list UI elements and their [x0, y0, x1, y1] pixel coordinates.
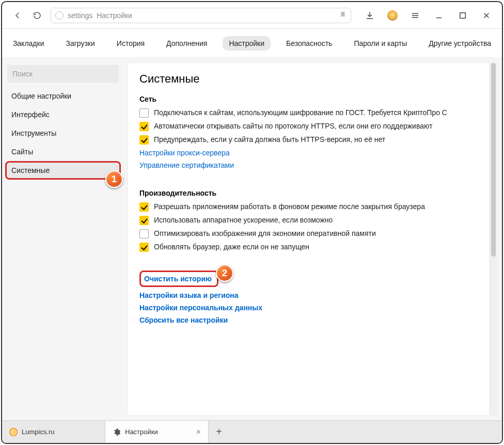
tabs-bar: Lumpics.ru Настройки × + — [2, 420, 502, 443]
nav-settings[interactable]: Настройки — [223, 36, 271, 51]
checkbox-label: Оптимизировать изображения для экономии … — [154, 229, 376, 237]
browser-window: settings Настройки Закладки Загрузки Ист… — [1, 1, 503, 444]
nav-addons[interactable]: Дополнения — [160, 36, 213, 51]
link-personal-data[interactable]: Настройки персональных данных — [139, 304, 485, 312]
checkbox-label: Использовать аппаратное ускорение, если … — [154, 216, 333, 224]
annotation-badge-2: 2 — [216, 264, 233, 282]
favicon-gear-icon — [113, 428, 121, 436]
checkbox-icon[interactable] — [139, 202, 149, 212]
settings-nav: Закладки Загрузки История Дополнения Нас… — [2, 29, 502, 58]
checkbox-label: Автоматически открывать сайты по протоко… — [154, 122, 433, 130]
checkbox-row[interactable]: Оптимизировать изображения для экономии … — [139, 229, 485, 239]
sidebar-search[interactable]: Поиск — [7, 65, 119, 83]
nav-passwords[interactable]: Пароли и карты — [348, 36, 413, 51]
profile-icon[interactable] — [387, 10, 398, 21]
sidebar-item-interface[interactable]: Интерфейс — [2, 105, 124, 124]
checkbox-label: Подключаться к сайтам, использующим шифр… — [154, 108, 447, 117]
address-seg1: settings — [68, 11, 92, 20]
tab-label: Настройки — [125, 428, 158, 436]
link-proxy-settings[interactable]: Настройки прокси-сервера — [139, 149, 485, 157]
svg-rect-0 — [460, 12, 466, 18]
close-window-button[interactable] — [480, 9, 493, 22]
checkbox-icon[interactable] — [139, 243, 149, 252]
back-button[interactable] — [11, 9, 24, 22]
checkbox-row[interactable]: Обновлять браузер, даже если он не запущ… — [139, 243, 485, 252]
sidebar-item-general[interactable]: Общие настройки — [2, 87, 124, 105]
toolbar: settings Настройки — [2, 2, 502, 29]
link-lang-region[interactable]: Настройки языка и региона — [139, 291, 485, 299]
scrollbar[interactable] — [490, 63, 497, 415]
checkbox-row[interactable]: Подключаться к сайтам, использующим шифр… — [139, 108, 485, 118]
checkbox-icon[interactable] — [139, 216, 149, 225]
sidebar: Поиск Общие настройки Интерфейс Инструме… — [2, 63, 124, 420]
yandex-logo-icon — [55, 11, 64, 20]
checkbox-row[interactable]: Разрешать приложениям работать в фоновом… — [139, 202, 485, 212]
highlight-clear-history: Очистить историю — [139, 271, 218, 287]
tab-lumpics[interactable]: Lumpics.ru — [2, 421, 105, 443]
menu-button[interactable] — [409, 9, 421, 22]
favicon-lumpics-icon — [9, 428, 18, 436]
maximize-button[interactable] — [456, 9, 469, 22]
link-cert-management[interactable]: Управление сертификатами — [139, 161, 485, 169]
link-reset-settings[interactable]: Сбросить все настройки — [139, 316, 485, 324]
checkbox-label: Обновлять браузер, даже если он не запущ… — [154, 243, 309, 251]
sidebar-item-sites[interactable]: Сайты — [2, 142, 124, 161]
new-tab-button[interactable]: + — [209, 421, 229, 443]
checkbox-row[interactable]: Автоматически открывать сайты по протоко… — [139, 122, 485, 131]
checkbox-icon[interactable] — [139, 229, 149, 239]
checkbox-icon[interactable] — [139, 135, 149, 145]
toolbar-right — [364, 9, 493, 22]
sidebar-search-placeholder: Поиск — [12, 70, 33, 78]
tab-settings[interactable]: Настройки × — [105, 421, 209, 443]
nav-history[interactable]: История — [111, 36, 151, 51]
tab-close-button[interactable]: × — [196, 427, 201, 437]
bookmark-icon[interactable] — [339, 11, 346, 20]
tab-label: Lumpics.ru — [22, 428, 55, 436]
downloads-button[interactable] — [364, 9, 376, 22]
content-panel: Системные Сеть Подключаться к сайтам, ис… — [128, 63, 497, 415]
minimize-button[interactable] — [433, 9, 445, 22]
checkbox-icon[interactable] — [139, 122, 149, 131]
checkbox-row[interactable]: Предупреждать, если у сайта должна быть … — [139, 135, 485, 145]
nav-security[interactable]: Безопасность — [280, 36, 338, 51]
checkbox-icon[interactable] — [139, 108, 149, 118]
nav-bookmarks[interactable]: Закладки — [7, 36, 51, 51]
nav-downloads[interactable]: Загрузки — [59, 36, 101, 51]
sidebar-item-system[interactable]: Системные — [5, 161, 121, 180]
section-perf-title: Производительность — [139, 189, 485, 197]
nav-devices[interactable]: Другие устройства — [422, 36, 497, 51]
body: Поиск Общие настройки Интерфейс Инструме… — [2, 58, 502, 420]
checkbox-row[interactable]: Использовать аппаратное ускорение, если … — [139, 216, 485, 225]
address-seg2: Настройки — [97, 11, 132, 20]
page-title: Системные — [139, 72, 485, 86]
checkbox-label: Разрешать приложениям работать в фоновом… — [154, 202, 425, 211]
link-clear-history[interactable]: Очистить историю — [144, 275, 212, 283]
sidebar-item-tools[interactable]: Инструменты — [2, 124, 124, 142]
reload-button[interactable] — [31, 9, 43, 22]
address-bar[interactable]: settings Настройки — [51, 8, 351, 23]
checkbox-label: Предупреждать, если у сайта должна быть … — [154, 135, 385, 144]
annotation-badge-1: 1 — [105, 170, 123, 188]
scrollbar-thumb[interactable] — [491, 63, 496, 257]
section-network-title: Сеть — [139, 95, 485, 103]
